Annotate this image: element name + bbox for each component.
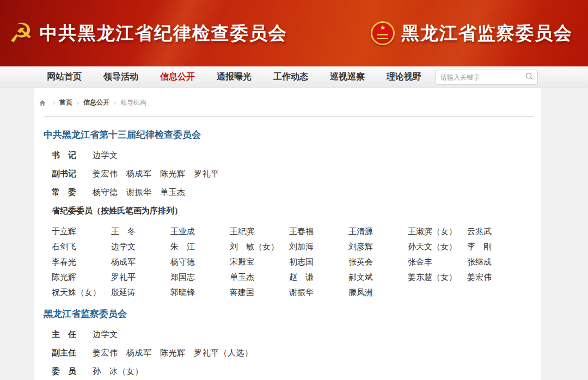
breadcrumb-items: › 首页 › 信息公开 › 领导机构 [48, 98, 146, 107]
supervisory-site-title: 黑龙江省监察委员会 [401, 21, 573, 46]
official-role-label: 常 委 [52, 187, 79, 198]
member-name: 王淑滨（女） [408, 224, 467, 239]
cdi-section-title: 中共黑龙江省第十三届纪律检查委员会 [44, 128, 541, 141]
cdi-brand[interactable]: ☭ 中共黑龙江省纪律检查委员会 [9, 20, 287, 47]
member-name: 单玉杰 [230, 269, 289, 285]
official-role-label: 副主任 [52, 347, 79, 358]
official-names: 边学文 [93, 150, 118, 161]
national-emblem-icon: ★ [371, 21, 395, 45]
breadcrumb-separator-icon: › [114, 99, 116, 107]
nav-item[interactable]: 网站首页 [47, 71, 82, 83]
official-names: 杨守德 谢振华 单玉杰 [93, 187, 186, 198]
member-name: 罗礼平 [111, 269, 170, 285]
members-heading: 省纪委委员（按姓氏笔画为序排列） [52, 205, 541, 216]
official-role-label: 主 任 [52, 329, 79, 340]
member-name: 姜宏伟 [467, 269, 526, 285]
site-banner: ☭ 中共黑龙江省纪律检查委员会 ★ 黑龙江省监察委员会 [0, 0, 588, 66]
official-row: 书 记 边学文 [52, 150, 541, 161]
member-name: 谢振华 [289, 285, 348, 300]
official-row: 副书记 姜宏伟 杨成军 陈光辉 罗礼平 [52, 168, 541, 179]
breadcrumb-divider [44, 116, 534, 117]
member-name: 云兆武 [467, 224, 526, 239]
member-name: 姜东慧（女） [408, 269, 467, 285]
member-name: 张英会 [348, 254, 408, 269]
member-name: 杨守德 [170, 254, 230, 269]
official-names: 姜宏伟 杨成军 陈光辉 罗礼平 [93, 168, 219, 179]
official-row: 常 委 杨守德 谢振华 单玉杰 [52, 187, 541, 198]
member-name: 王业成 [170, 224, 230, 239]
member-name: 李春光 [52, 254, 111, 269]
member-name: 张继成 [467, 254, 526, 269]
member-name: 边学文 [111, 239, 170, 254]
nav-item[interactable]: 领导活动 [103, 71, 138, 83]
member-name: 郑国志 [170, 269, 230, 285]
breadcrumb: › 首页 › 信息公开 › 领导机构 [34, 88, 541, 115]
nav-items: 网站首页 领导活动 信息公开 通报曝光 工作动态 巡视巡察 理论视野 [0, 71, 421, 83]
member-name: 刘加海 [289, 239, 348, 254]
member-name: 滕凤洲 [348, 285, 408, 300]
search-box[interactable] [436, 70, 538, 85]
search-icon[interactable] [525, 72, 534, 83]
member-name: 蒋建国 [230, 285, 289, 300]
members-grid: 于立辉 王 冬 王业成 王纪滨 王春福 王清源 王淑滨（女） 云兆武 石剑飞 [52, 224, 541, 300]
supervisory-section: 黑龙江省监察委员会 主 任 边学文 副主任 姜宏伟 杨成军 陈光辉 罗礼平（人选… [34, 308, 541, 377]
member-name: 孙天文（女） [408, 239, 467, 254]
breadcrumb-item[interactable]: › 首页 [48, 98, 72, 107]
nav-item[interactable]: 理论视野 [387, 71, 421, 83]
supervisory-rows: 主 任 边学文 副主任 姜宏伟 杨成军 陈光辉 罗礼平（人选） 委 员 孙 冰（… [44, 329, 541, 377]
page-background: › 首页 › 信息公开 › 领导机构 中共黑龙江省第十三届纪 [0, 88, 588, 380]
supervisory-brand[interactable]: ★ 黑龙江省监察委员会 [371, 21, 573, 46]
member-name: 杨成军 [111, 254, 170, 269]
member-name: 于立辉 [52, 224, 111, 239]
cdi-site-title: 中共黑龙江省纪律检查委员会 [40, 21, 287, 46]
official-names: 姜宏伟 杨成军 陈光辉 罗礼平（人选） [93, 347, 253, 358]
member-name: 宋殿宝 [230, 254, 289, 269]
cdi-rows: 书 记 边学文 副书记 姜宏伟 杨成军 陈光辉 罗礼平 常 委 杨守德 谢振华 … [44, 150, 541, 198]
main-navbar: 网站首页 领导活动 信息公开 通报曝光 工作动态 巡视巡察 理论视野 [0, 66, 588, 88]
member-name: 殷延涛 [111, 285, 170, 300]
member-name: 郭晓锋 [170, 285, 230, 300]
nav-item[interactable]: 通报曝光 [217, 71, 252, 83]
home-icon[interactable] [39, 100, 46, 106]
member-name: 朱 江 [170, 239, 230, 254]
member-name: 祝天姝（女） [52, 285, 111, 300]
member-name: 王 冬 [111, 224, 170, 239]
member-name: 初志国 [289, 254, 348, 269]
breadcrumb-item[interactable]: › 领导机构 [109, 98, 146, 107]
member-name: 刘彦辉 [348, 239, 408, 254]
official-role-label: 书 记 [52, 150, 79, 161]
member-name: 王清源 [348, 224, 408, 239]
member-name: 赵 谦 [289, 269, 348, 285]
member-name: 郝文斌 [348, 269, 408, 285]
search-input[interactable] [440, 73, 525, 81]
member-name: 王纪滨 [230, 224, 289, 239]
party-emblem-icon: ☭ [9, 20, 33, 47]
member-name: 陈光辉 [52, 269, 111, 285]
supervisory-section-title: 黑龙江省监察委员会 [44, 308, 541, 320]
member-name: 石剑飞 [52, 239, 111, 254]
official-row: 委 员 孙 冰（女） [52, 366, 541, 377]
official-names: 孙 冰（女） [93, 366, 143, 377]
member-name: 张金丰 [408, 254, 467, 269]
breadcrumb-item[interactable]: › 信息公开 [72, 98, 109, 107]
member-name: 王春福 [289, 224, 348, 239]
official-row: 副主任 姜宏伟 杨成军 陈光辉 罗礼平（人选） [52, 347, 541, 358]
nav-item[interactable]: 信息公开 [160, 71, 195, 83]
official-role-label: 副书记 [52, 168, 79, 179]
nav-item[interactable]: 工作动态 [273, 71, 308, 83]
breadcrumb-separator-icon: › [77, 99, 79, 107]
content-container: › 首页 › 信息公开 › 领导机构 中共黑龙江省第十三届纪 [34, 88, 541, 380]
cdi-section: 中共黑龙江省第十三届纪律检查委员会 书 记 边学文 副书记 姜宏伟 杨成军 陈光… [34, 128, 541, 300]
official-names: 边学文 [93, 329, 118, 340]
breadcrumb-separator-icon: › [53, 99, 55, 107]
official-row: 主 任 边学文 [52, 329, 541, 340]
member-name: 刘 敏（女） [230, 239, 289, 254]
nav-item[interactable]: 巡视巡察 [330, 71, 365, 83]
member-name: 李 刚 [467, 239, 526, 254]
official-role-label: 委 员 [52, 366, 79, 377]
